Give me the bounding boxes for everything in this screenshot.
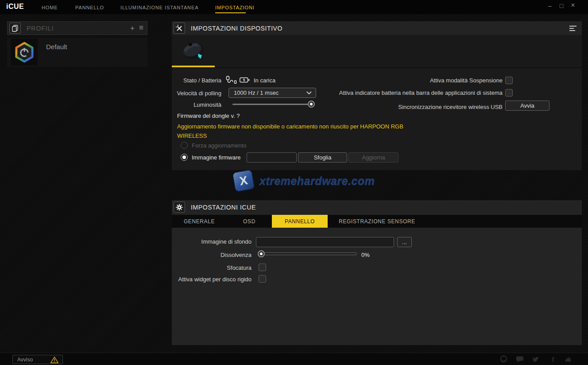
minimize-button[interactable]: – xyxy=(545,2,554,9)
browse-firmware-button[interactable]: Sfoglia xyxy=(298,152,347,163)
fade-value: 0% xyxy=(361,252,370,258)
chat-icon[interactable] xyxy=(515,355,525,363)
add-profile-icon[interactable]: + xyxy=(130,24,135,33)
maximize-button[interactable]: □ xyxy=(557,2,566,9)
profile-list-item[interactable]: Default xyxy=(7,38,147,67)
polling-rate-select[interactable]: 1000 Hz / 1 msec xyxy=(228,88,316,98)
corsair-logo-icon[interactable] xyxy=(564,355,574,363)
profiles-header: PROFILI + ≡ xyxy=(7,21,147,35)
support-24-icon[interactable]: 24 xyxy=(499,355,508,363)
battery-charging-icon xyxy=(240,77,250,85)
icue-tab-generale[interactable]: GENERALE xyxy=(172,215,227,228)
firmware-image-input[interactable] xyxy=(247,152,297,163)
close-button[interactable]: × xyxy=(569,1,577,9)
notice-button[interactable]: Avviso xyxy=(12,355,63,364)
status-battery-value: In carica xyxy=(254,77,275,84)
tab-pannello[interactable]: PANNELLO xyxy=(75,5,104,10)
warning-triangle-icon xyxy=(50,356,59,364)
gear-icon xyxy=(174,202,185,213)
icue-settings-panel: IMPOSTAZIONI ICUE GENERALE OSD PANNELLO … xyxy=(172,200,582,345)
device-settings-header: IMPOSTAZIONI DISPOSITIVO xyxy=(172,21,582,35)
facebook-icon[interactable]: f xyxy=(548,355,558,363)
tab-impostazioni[interactable]: IMPOSTAZIONI xyxy=(215,5,255,10)
sleep-mode-checkbox[interactable] xyxy=(505,77,513,84)
hdd-widget-checkbox[interactable] xyxy=(259,275,266,283)
browse-background-button[interactable]: ... xyxy=(397,237,412,247)
profiles-icon xyxy=(9,23,21,34)
icue-settings-title: IMPOSTAZIONI ICUE xyxy=(191,204,256,211)
footer-bar: Avviso 24 f xyxy=(0,353,588,365)
icue-settings-header: IMPOSTAZIONI ICUE xyxy=(172,200,582,214)
blur-label: Sfocatura xyxy=(227,264,251,271)
device-settings-content: Stato / Batteria In carica Velocità di p… xyxy=(172,67,582,170)
notice-label: Avviso xyxy=(17,357,33,363)
tab-home[interactable]: HOME xyxy=(42,5,58,10)
watermark-x-badge: X xyxy=(232,170,255,192)
brightness-slider[interactable] xyxy=(232,101,315,108)
device-tab-strip xyxy=(172,35,582,67)
chevron-down-icon xyxy=(306,91,312,95)
fade-label: Dissolvenza xyxy=(220,252,251,258)
blur-checkbox[interactable] xyxy=(259,264,266,271)
svg-text:24: 24 xyxy=(502,359,506,363)
watermark: X xtremehardware.com xyxy=(234,171,375,190)
brightness-slider-knob[interactable] xyxy=(308,101,315,108)
top-bar: iCUE HOME PANNELLO ILLUMINAZIONE ISTANTA… xyxy=(0,0,588,14)
background-image-label: Immagine di sfondo xyxy=(201,238,251,245)
fade-slider[interactable] xyxy=(259,250,357,258)
icue-pannello-content: Immagine di sfondo ... Dissolvenza 0% Sf… xyxy=(172,228,582,345)
sleep-mode-label: Attiva modalità Sospensione xyxy=(430,77,503,84)
firmware-image-label: Immagine firmware xyxy=(192,154,241,161)
tab-illuminazione-istantanea[interactable]: ILLUMINAZIONE ISTANTANEA xyxy=(120,5,198,10)
hdd-widget-label: Attiva widget per disco rigido xyxy=(178,276,251,283)
background-image-input[interactable] xyxy=(256,237,394,247)
profile-name: Default xyxy=(46,43,67,50)
fade-slider-knob[interactable] xyxy=(258,250,265,257)
tools-wrench-icon xyxy=(174,23,185,34)
firmware-warning-text: Aggiornamento firmware non disponibile o… xyxy=(177,122,407,140)
device-settings-title: IMPOSTAZIONI DISPOSITIVO xyxy=(191,25,282,32)
icue-tab-strip: GENERALE OSD PANNELLO REGISTRAZIONE SENS… xyxy=(172,215,582,228)
watermark-text: xtremehardware.com xyxy=(259,175,375,187)
panel-menu-icon[interactable] xyxy=(569,26,577,32)
brightness-label: Luminosità xyxy=(193,101,221,108)
icue-logo: iCUE xyxy=(6,3,24,11)
device-settings-panel: IMPOSTAZIONI DISPOSITIVO xyxy=(172,21,582,170)
force-update-radio xyxy=(181,142,188,149)
battery-indicator-label: Attiva indicatore batteria nella barra d… xyxy=(339,89,503,96)
usb-sync-label: Sincronizzazione ricevitore wireless USB xyxy=(398,104,503,110)
polling-rate-label: Velocità di polling xyxy=(177,90,221,97)
profile-avatar xyxy=(11,39,38,66)
status-battery-label: Stato / Batteria xyxy=(183,77,221,84)
icue-app-window: iCUE HOME PANNELLO ILLUMINAZIONE ISTANTA… xyxy=(0,0,588,365)
usb-cable-icon xyxy=(226,76,237,85)
icue-tab-osd[interactable]: OSD xyxy=(227,215,272,228)
icue-tab-pannello[interactable]: PANNELLO xyxy=(272,215,328,228)
update-firmware-button: Aggiorna xyxy=(348,152,398,163)
active-tab-underline xyxy=(215,12,246,13)
battery-indicator-checkbox[interactable] xyxy=(505,89,513,97)
mouse-thumbnail xyxy=(179,38,208,63)
profiles-title: PROFILI xyxy=(27,25,54,32)
firmware-image-radio[interactable] xyxy=(181,154,188,161)
polling-rate-value: 1000 Hz / 1 msec xyxy=(234,89,279,96)
icue-hexagon-logo xyxy=(15,42,34,63)
dongle-firmware-version: Firmware del dongle v. ? xyxy=(177,113,240,119)
twitter-icon[interactable] xyxy=(531,355,541,363)
device-tab-harpoon-mouse[interactable] xyxy=(172,35,215,67)
icue-tab-registrazione-sensore[interactable]: REGISTRAZIONE SENSORE xyxy=(328,215,426,228)
profiles-menu-icon[interactable]: ≡ xyxy=(139,23,143,32)
force-update-label: Forza aggiornamento xyxy=(192,142,247,149)
start-sync-button[interactable]: Avvia xyxy=(505,101,549,111)
